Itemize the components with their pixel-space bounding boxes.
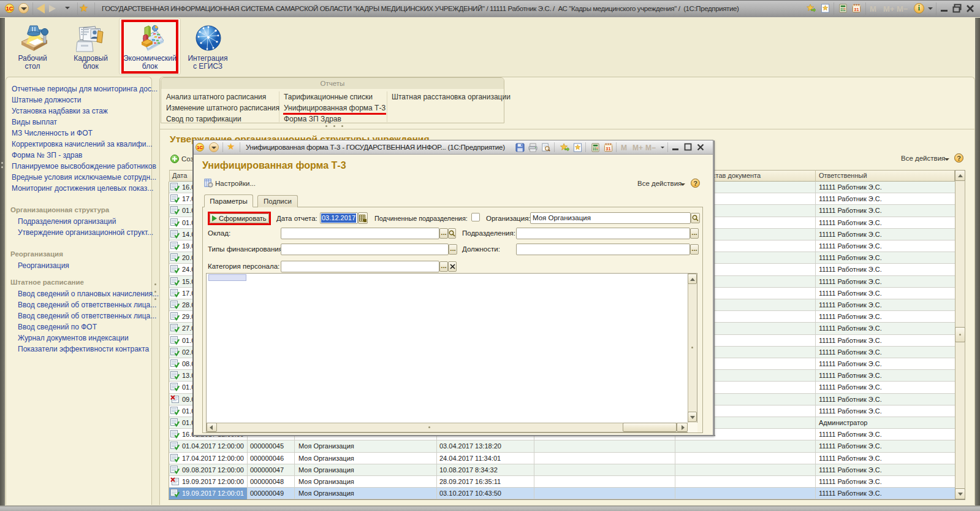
svg-text:31: 31 bbox=[854, 7, 859, 12]
svg-text:31: 31 bbox=[606, 146, 610, 152]
